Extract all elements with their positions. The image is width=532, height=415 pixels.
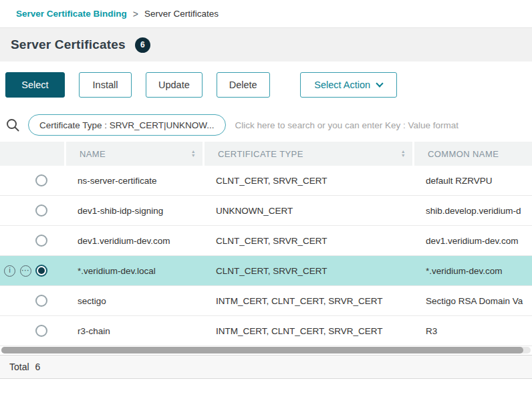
row-radio[interactable] bbox=[35, 235, 47, 247]
row-name: ns-server-certificate bbox=[64, 176, 203, 186]
row-select-cell: i ··· bbox=[0, 174, 64, 186]
row-radio[interactable] bbox=[35, 325, 47, 337]
delete-button[interactable]: Delete bbox=[217, 72, 270, 98]
table-body: i ··· ns-server-certificate CLNT_CERT, S… bbox=[0, 166, 532, 346]
scrollbar-track[interactable] bbox=[1, 347, 531, 354]
breadcrumb-current: Server Certificates bbox=[144, 9, 219, 19]
install-button[interactable]: Install bbox=[79, 72, 132, 98]
row-common-name: *.veridium-dev.com bbox=[412, 266, 532, 276]
row-select-cell: i ··· bbox=[0, 325, 64, 337]
header-certificate-type-column[interactable]: CERTIFICATE TYPE ▲ ▼ bbox=[203, 142, 412, 166]
table-row[interactable]: i ··· *.veridium-dev.local CLNT_CERT, SR… bbox=[0, 256, 532, 286]
row-radio[interactable] bbox=[35, 265, 47, 277]
search-icon bbox=[5, 118, 20, 132]
total-bar: Total 6 bbox=[0, 355, 532, 379]
ellipsis-menu-icon[interactable]: ··· bbox=[20, 265, 31, 277]
table-row[interactable]: i ··· dev1.veridium-dev.com CLNT_CERT, S… bbox=[0, 226, 532, 256]
row-certificate-type: INTM_CERT, CLNT_CERT, SRVR_CERT bbox=[203, 296, 412, 306]
chevron-down-icon bbox=[376, 80, 383, 87]
row-certificate-type: CLNT_CERT, SRVR_CERT bbox=[203, 266, 412, 276]
row-select-cell: i ··· bbox=[0, 265, 64, 277]
page-title: Server Certificates bbox=[11, 37, 126, 52]
search-input[interactable] bbox=[234, 120, 527, 131]
table-row[interactable]: i ··· ns-server-certificate CLNT_CERT, S… bbox=[0, 166, 532, 196]
header-name-label: NAME bbox=[80, 149, 191, 159]
header-common-name-label: COMMON NAME bbox=[428, 149, 532, 159]
table-row[interactable]: i ··· r3-chain INTM_CERT, CLNT_CERT, SRV… bbox=[0, 316, 532, 346]
scrollbar-thumb[interactable] bbox=[1, 347, 523, 354]
filter-chip-certificate-type[interactable]: Certificate Type : SRVR_CERT|UNKNOW... bbox=[28, 114, 226, 136]
total-value: 6 bbox=[35, 362, 41, 372]
breadcrumb-link-server-certificate-binding[interactable]: Server Certificate Binding bbox=[16, 9, 127, 19]
table-row[interactable]: i ··· dev1-shib-idp-signing UNKNOWN_CERT… bbox=[0, 196, 532, 226]
row-name: *.veridium-dev.local bbox=[64, 266, 203, 276]
header-name-column[interactable]: NAME ▲ ▼ bbox=[64, 142, 203, 166]
sort-icon[interactable]: ▲ ▼ bbox=[401, 150, 406, 158]
row-common-name: dev1.veridium-dev.com bbox=[412, 236, 532, 246]
row-name: sectigo bbox=[64, 296, 203, 306]
total-label: Total bbox=[9, 362, 29, 372]
toolbar: Select Install Update Delete Select Acti… bbox=[0, 61, 532, 108]
row-common-name: R3 bbox=[412, 326, 532, 336]
count-badge: 6 bbox=[135, 37, 150, 53]
row-name: dev1.veridium-dev.com bbox=[64, 236, 203, 246]
row-common-name: Sectigo RSA Domain Va bbox=[412, 296, 532, 306]
row-certificate-type: CLNT_CERT, SRVR_CERT bbox=[203, 236, 412, 246]
select-action-dropdown[interactable]: Select Action bbox=[300, 72, 397, 98]
header-common-name-column[interactable]: COMMON NAME ▲ ▼ bbox=[412, 142, 532, 166]
row-select-cell: i ··· bbox=[0, 235, 64, 247]
row-name: r3-chain bbox=[64, 326, 203, 336]
row-radio[interactable] bbox=[35, 204, 47, 217]
update-button[interactable]: Update bbox=[146, 72, 203, 98]
row-select-cell: i ··· bbox=[0, 295, 64, 307]
breadcrumb: Server Certificate Binding > Server Cert… bbox=[0, 0, 532, 28]
row-radio[interactable] bbox=[35, 174, 47, 186]
header-select-column bbox=[0, 142, 64, 166]
select-action-label: Select Action bbox=[314, 80, 370, 90]
table-row[interactable]: i ··· sectigo INTM_CERT, CLNT_CERT, SRVR… bbox=[0, 286, 532, 316]
sort-desc-icon: ▼ bbox=[401, 154, 406, 158]
sort-desc-icon: ▼ bbox=[191, 154, 196, 158]
search-bar: Certificate Type : SRVR_CERT|UNKNOW... bbox=[0, 108, 532, 142]
row-select-cell: i ··· bbox=[0, 204, 64, 217]
row-certificate-type: UNKNOWN_CERT bbox=[203, 206, 412, 216]
page: Server Certificate Binding > Server Cert… bbox=[0, 0, 532, 379]
title-bar: Server Certificates 6 bbox=[0, 28, 532, 61]
row-common-name: default RZRVPU bbox=[412, 176, 532, 186]
row-radio[interactable] bbox=[35, 295, 47, 307]
select-button[interactable]: Select bbox=[5, 72, 65, 98]
row-certificate-type: CLNT_CERT, SRVR_CERT bbox=[203, 176, 412, 186]
sort-icon[interactable]: ▲ ▼ bbox=[191, 150, 196, 158]
breadcrumb-separator-icon: > bbox=[133, 9, 138, 19]
horizontal-scrollbar[interactable] bbox=[0, 346, 532, 355]
header-certificate-type-label: CERTIFICATE TYPE bbox=[218, 149, 401, 159]
row-name: dev1-shib-idp-signing bbox=[64, 206, 203, 216]
certificates-table: NAME ▲ ▼ CERTIFICATE TYPE ▲ ▼ COMMON NAM… bbox=[0, 142, 532, 346]
row-certificate-type: INTM_CERT, CLNT_CERT, SRVR_CERT bbox=[203, 326, 412, 336]
info-icon[interactable]: i bbox=[4, 265, 15, 277]
table-header: NAME ▲ ▼ CERTIFICATE TYPE ▲ ▼ COMMON NAM… bbox=[0, 142, 532, 166]
row-common-name: shib.develop.veridium-d bbox=[412, 206, 532, 216]
